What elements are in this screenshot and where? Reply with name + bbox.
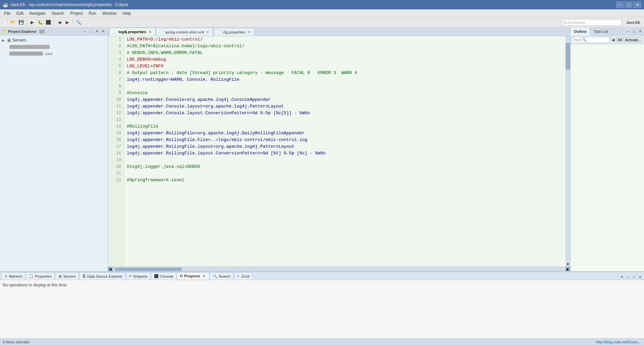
toolbar-new[interactable]: 📄: [1, 19, 9, 26]
bottom-tab-progress[interactable]: ↻ Progress ✕: [177, 272, 209, 280]
menu-window[interactable]: Window: [100, 10, 119, 16]
bottom-panel-close-btn[interactable]: ✕: [637, 274, 643, 280]
bottom-content: No operations to display at this time.: [0, 280, 644, 338]
minimize-button[interactable]: ─: [616, 1, 624, 8]
status-bar: 0 items selected http://blog.csdn.net/l1…: [0, 338, 644, 345]
bottom-tab-properties[interactable]: 📋 Properties: [26, 272, 55, 280]
toolbar-search[interactable]: 🔍: [75, 19, 82, 26]
bottom-tab-servers[interactable]: 🖥 Servers: [55, 272, 79, 280]
explorer-content: ▶ 🖥 Servers xxxxxxxxxxxxxxx xxxxxxxxxxxx…: [0, 36, 108, 271]
left-panel: 📁 Project Explorer ─ □ ▾ ✕ ▶ 🖥 Servers: [0, 27, 108, 271]
quick-access-box[interactable]: Quick Access: [561, 19, 622, 26]
tab-outline[interactable]: Outline: [571, 27, 590, 36]
blurred-label-2: xxxxxxxxxxxxx: [9, 52, 43, 56]
blurred-label-1: xxxxxxxxxxxxxxx: [9, 45, 50, 49]
title-text: Java EE - srp-control/src/main/resources…: [10, 2, 614, 7]
outline-content: [571, 44, 644, 271]
tab-cfg-close[interactable]: ✕: [247, 30, 251, 34]
toolbar: 📄 📂 💾 ▶ 🐛 ⬛ ◀ ▶ 🔍 Quick Access Java EE: [0, 17, 644, 27]
tab-bar: 📄 log4j.properties ✕ 📄 spring-context-sh…: [108, 27, 570, 36]
title-bar: ☕ Java EE - srp-control/src/main/resourc…: [0, 0, 644, 9]
menu-edit[interactable]: Edit: [14, 10, 26, 16]
activate-btn[interactable]: Activate...: [624, 38, 643, 42]
toolbar-debug[interactable]: 🐛: [37, 19, 44, 26]
toolbar-forward[interactable]: ▶: [64, 19, 71, 26]
bottom-panel-btns: ✕ ─ □ ✕: [619, 274, 643, 280]
menu-search[interactable]: Search: [49, 10, 67, 16]
line-numbers: 12345678910111213141516171819202122: [108, 36, 124, 267]
status-left: 0 items selected: [3, 340, 29, 344]
menu-file[interactable]: File: [1, 10, 13, 16]
panel-maximize-btn[interactable]: □: [88, 29, 94, 34]
progress-close[interactable]: ✕: [202, 274, 206, 278]
h-scroll-track: [113, 268, 565, 271]
menu-help[interactable]: Help: [120, 10, 134, 16]
markers-icon: ⚠: [4, 274, 8, 278]
bottom-panel-stop-btn[interactable]: ✕: [619, 274, 625, 280]
blurred-extra: pact: [46, 52, 53, 56]
right-panel-close-btn[interactable]: ✕: [637, 29, 643, 34]
tree-item-blurred-2[interactable]: xxxxxxxxxxxxx pact: [9, 50, 106, 57]
tab-spring-close[interactable]: ✕: [205, 30, 210, 34]
toolbar-back[interactable]: ◀: [56, 19, 63, 26]
servers-tab-icon: 🖥: [58, 274, 62, 278]
snippets-label: Snippets: [133, 274, 148, 278]
tab-spring[interactable]: 📄 spring-context-shiro.xml ✕: [156, 28, 213, 36]
junit-label: JUnit: [241, 274, 250, 278]
right-panel-max-btn[interactable]: □: [631, 29, 637, 34]
tab-tasklist[interactable]: Task List: [590, 27, 612, 36]
toolbar-java-ee[interactable]: Java EE: [624, 19, 643, 26]
title-icon: ☕: [3, 2, 8, 7]
right-panel-toolbar: Find 🔍 ◀ All Activate...: [571, 36, 644, 44]
tree-arrow-servers: ▶: [2, 39, 5, 42]
menu-run[interactable]: Run: [86, 10, 99, 16]
tree-item-blurred-1[interactable]: xxxxxxxxxxxxxxx: [9, 44, 106, 50]
tab-cfg-icon: 📄: [217, 30, 221, 34]
find-label: Find: [574, 38, 581, 42]
close-button[interactable]: ✕: [633, 1, 641, 8]
bottom-tab-search[interactable]: 🔍 Search: [210, 272, 233, 280]
bottom-tab-markers[interactable]: ⚠ Markers: [1, 272, 25, 280]
status-right[interactable]: http://blog.csdn.net/l1num...: [596, 340, 641, 344]
editor-content: 12345678910111213141516171819202122 LOG_…: [108, 36, 570, 267]
tab-log4j[interactable]: 📄 log4j.properties ✕: [109, 28, 155, 36]
toolbar-save[interactable]: 💾: [17, 19, 25, 26]
bottom-panel: ⚠ Markers 📋 Properties 🖥 Servers 🗄 Data …: [0, 271, 644, 338]
h-scrollbar[interactable]: ◀ ▶: [108, 267, 570, 271]
tab-log4j-label: log4j.properties: [118, 30, 146, 34]
editor-scrollbar[interactable]: ▼: [566, 36, 570, 267]
tab-log4j-icon: 📄: [112, 30, 117, 34]
bottom-tab-snippets[interactable]: ✂ Snippets: [126, 272, 151, 280]
toolbar-stop[interactable]: ⬛: [45, 19, 52, 26]
right-panel-min-btn[interactable]: ─: [625, 29, 631, 34]
editor-area: 📄 log4j.properties ✕ 📄 spring-context-sh…: [108, 27, 570, 271]
toolbar-run[interactable]: ▶: [29, 19, 36, 26]
servers-icon: 🖥: [7, 38, 11, 43]
menu-navigate[interactable]: Navigate: [27, 10, 48, 16]
tab-cfg[interactable]: 📄 cfg.properties ✕: [214, 28, 254, 36]
find-box[interactable]: Find 🔍: [572, 37, 609, 43]
toolbar-open[interactable]: 📂: [9, 19, 17, 26]
scroll-right-btn[interactable]: ▶: [566, 267, 570, 272]
console-label: Console: [160, 274, 173, 278]
find-all-btn[interactable]: All: [616, 38, 623, 42]
bottom-tab-datasource[interactable]: 🗄 Data Source Explorer: [79, 272, 125, 280]
panel-view-menu-btn[interactable]: ▾: [94, 29, 100, 34]
bottom-panel-max-btn[interactable]: □: [631, 274, 637, 280]
find-back-btn[interactable]: ◀: [610, 37, 615, 43]
tab-log4j-close[interactable]: ✕: [148, 29, 152, 34]
bottom-panel-min-btn[interactable]: ─: [625, 274, 631, 280]
code-area[interactable]: LOG_PATH=D:/log/ebiz-control/#LOG_PATH=$…: [124, 36, 566, 267]
maximize-button[interactable]: □: [625, 1, 633, 8]
panel-close-btn[interactable]: ✕: [100, 29, 106, 34]
panel-minimize-btn[interactable]: ─: [82, 29, 88, 34]
bottom-tab-junit[interactable]: ✓ JUnit: [234, 272, 253, 280]
tree-item-servers[interactable]: ▶ 🖥 Servers: [1, 37, 106, 44]
datasource-icon: 🗄: [82, 274, 86, 278]
servers-label: Servers: [12, 38, 26, 43]
scroll-down-btn[interactable]: ▼: [566, 262, 570, 267]
bottom-tab-console[interactable]: ⬛ Console: [151, 272, 176, 280]
search-label: Search: [219, 274, 230, 278]
scroll-left-btn[interactable]: ◀: [108, 267, 113, 272]
menu-project[interactable]: Project: [67, 10, 85, 16]
